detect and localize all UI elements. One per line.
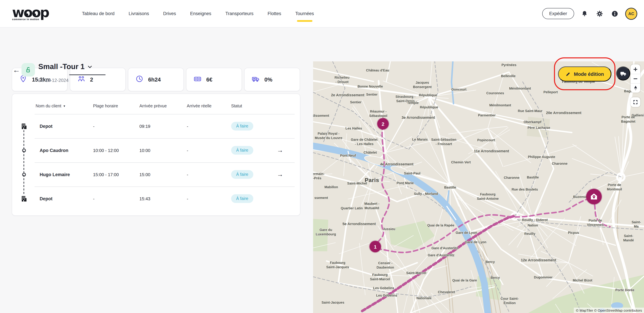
column-header-4[interactable]: Arrivée réelle — [187, 104, 231, 108]
logo-dot — [34, 13, 36, 15]
stops-table: Nom du client▼Plage horaireArrivée prévu… — [12, 94, 300, 216]
chevron-down-icon[interactable] — [87, 64, 92, 69]
table-row-depot[interactable]: Depot-09:19-À faire — [12, 114, 300, 138]
table-row-depot[interactable]: Depot-15:43-À faire — [12, 186, 300, 211]
page-title[interactable]: Small -Tour 1 — [38, 62, 92, 71]
cell-actual: - — [187, 148, 231, 153]
tour-date: Du 19-12-2024 — [38, 78, 68, 83]
money-icon — [193, 74, 202, 85]
pencil-icon — [566, 71, 571, 77]
table-body: Depot-09:19-À faireApo Caudron10:00 - 12… — [12, 114, 300, 211]
sort-desc-icon[interactable]: ▼ — [63, 105, 66, 108]
nav-item-tableau-de-bord[interactable]: Tableau de bord — [82, 0, 114, 27]
status-badge: À faire — [231, 146, 253, 155]
cell-name: Hugo Lemaire — [36, 172, 93, 177]
avatar[interactable]: AC — [625, 7, 637, 20]
edit-mode-label: Mode édition — [574, 71, 604, 77]
nav-item-transporteurs[interactable]: Transporteurs — [226, 0, 254, 27]
cell-window: 15:00 - 17:00 — [93, 172, 140, 177]
table-row-hugo-lemaire[interactable]: Hugo Lemaire15:00 - 17:0015:00-À faire→ — [12, 162, 300, 186]
row-detail-arrow[interactable]: → — [277, 147, 283, 154]
unlocked-badge — [22, 63, 35, 76]
nav-item-drives[interactable]: Drives — [163, 0, 176, 27]
map-attribution[interactable]: © MapTiler © OpenStreetMap contributors — [574, 308, 644, 313]
edit-mode-button[interactable]: Mode édition — [558, 66, 612, 82]
table-row-apo-caudron[interactable]: Apo Caudron10:00 - 12:0010:00-À faire→ — [12, 138, 300, 162]
truck-icon — [251, 74, 260, 85]
bell-icon[interactable] — [580, 9, 589, 18]
info-icon[interactable] — [610, 9, 620, 18]
table-header: Nom du client▼Plage horaireArrivée prévu… — [12, 98, 300, 114]
cell-window: 10:00 - 12:00 — [93, 148, 140, 153]
stat-card: 6h24 — [128, 68, 184, 91]
cell-window: - — [93, 124, 140, 129]
tour-name: Small -Tour 1 — [38, 62, 84, 71]
fullscreen-button[interactable] — [630, 97, 640, 107]
stop-marker-2[interactable]: 2 — [377, 118, 389, 130]
cell-actual: - — [187, 172, 231, 177]
cell-actual: - — [187, 124, 231, 129]
nav-item-livraisons[interactable]: Livraisons — [129, 0, 149, 27]
nav-item-flottes[interactable]: Flottes — [268, 0, 281, 27]
logo-dot — [26, 13, 28, 15]
timeline-line — [24, 130, 24, 194]
route-map[interactable]: Château d'EauPyrénéesBellevilleSaint-Far… — [313, 61, 644, 313]
stat-value: 0% — [264, 76, 272, 83]
map-canvas — [313, 61, 644, 313]
cell-planned: 15:43 — [140, 196, 187, 201]
cell-actual: - — [187, 196, 231, 201]
cell-planned: 10:00 — [140, 148, 187, 153]
cell-window: - — [93, 196, 140, 201]
cell-planned: 15:00 — [140, 172, 187, 177]
column-header-2[interactable]: Plage horaire — [93, 104, 140, 108]
map-zoom-controls — [630, 64, 640, 93]
depot-marker[interactable] — [586, 189, 602, 204]
cell-name: Depot — [36, 124, 93, 129]
stat-card: 2 — [70, 68, 126, 91]
cell-name: Depot — [36, 196, 93, 201]
column-header-1[interactable]: Nom du client▼ — [36, 104, 93, 108]
back-arrow-icon[interactable]: ← — [13, 66, 20, 74]
stat-card: 6€ — [186, 68, 242, 91]
status-badge: À faire — [231, 194, 253, 203]
stop-marker-1[interactable]: 1 — [370, 241, 381, 252]
woop-logo[interactable]: woop commerce in motion — [12, 7, 52, 20]
nav-actions: Expédier — [542, 7, 637, 20]
nav-item-enseignes[interactable]: Enseignes — [190, 0, 211, 27]
vehicle-button[interactable] — [616, 66, 630, 81]
truck-icon — [619, 69, 627, 77]
stat-value: 6€ — [206, 76, 212, 83]
status-badge: À faire — [231, 170, 253, 179]
zoom-out-button[interactable] — [630, 74, 640, 83]
page-header: ← Small -Tour 1 Du 19-12-2024 Mode édit — [0, 27, 644, 61]
zoom-in-button[interactable] — [630, 64, 640, 74]
title-underline — [69, 74, 106, 75]
top-navigation: woop commerce in motion Tableau de bordL… — [0, 0, 644, 27]
nav-item-tourn-es[interactable]: Tournées — [295, 0, 314, 27]
clock-icon — [135, 74, 144, 85]
compass-button[interactable] — [630, 83, 640, 93]
column-header-3[interactable]: Arrivée prévue — [140, 104, 187, 108]
cell-name: Apo Caudron — [36, 148, 93, 153]
column-header-5[interactable]: Statut — [231, 104, 277, 108]
expedier-button[interactable]: Expédier — [542, 8, 574, 19]
tour-detail-page: woop commerce in motion Tableau de bordL… — [0, 0, 644, 313]
status-badge: À faire — [231, 122, 253, 131]
people-icon — [77, 74, 86, 85]
row-detail-arrow[interactable]: → — [277, 171, 283, 178]
stat-value: 2 — [90, 76, 93, 83]
depot-icon — [12, 122, 36, 130]
cell-planned: 09:19 — [140, 124, 187, 129]
stat-value: 6h24 — [148, 76, 161, 83]
depot-icon — [12, 195, 36, 202]
nav-menu: Tableau de bordLivraisonsDrivesEnseignes… — [82, 0, 314, 27]
gear-icon[interactable] — [595, 9, 604, 18]
unlock-icon — [24, 66, 32, 73]
stat-card: 0% — [244, 68, 300, 91]
